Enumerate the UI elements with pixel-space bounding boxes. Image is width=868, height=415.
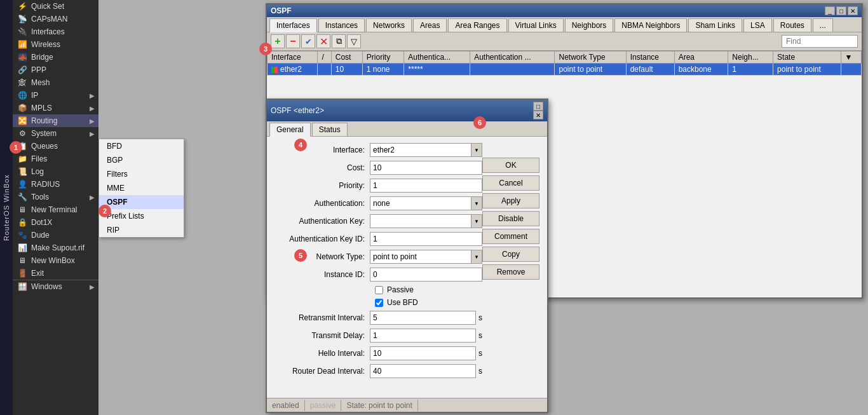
auth-key-row: Authentication Key: ▼ [275, 214, 482, 228]
submenu-item-bfd[interactable]: BFD [99, 139, 184, 153]
priority-input[interactable] [370, 179, 482, 193]
priority-label: Priority: [275, 181, 370, 190]
submenu-item-bgp[interactable]: BGP [99, 153, 184, 167]
ip-arrow-icon: ▶ [90, 92, 95, 99]
disable-btn[interactable]: ✕ [316, 34, 330, 48]
sidebar-item-exit[interactable]: 🚪 Exit [13, 267, 98, 280]
col-interface: Interface [268, 51, 318, 64]
col-instance: Instance [626, 51, 674, 64]
submenu-item-ospf[interactable]: OSPF [99, 195, 184, 209]
sidebar-item-bridge[interactable]: 🌉 Bridge [13, 51, 98, 64]
tab-sham-links[interactable]: Sham Links [688, 18, 742, 32]
tab-routes[interactable]: Routes [773, 18, 811, 32]
sidebar-item-dot1x[interactable]: 🔒 Dot1X [13, 216, 98, 229]
tab-networks[interactable]: Networks [366, 18, 412, 32]
router-dead-interval-input[interactable] [370, 364, 476, 378]
submenu-item-prefix-lists[interactable]: Prefix Lists [99, 209, 184, 223]
auth-key-input[interactable] [370, 214, 471, 228]
add-btn[interactable]: + [271, 34, 285, 48]
find-input[interactable] [782, 35, 858, 48]
sidebar-item-new-winbox[interactable]: 🖥 New WinBox [13, 254, 98, 267]
col-dropdown[interactable]: ▼ [841, 51, 861, 64]
auth-key-id-input[interactable] [370, 232, 482, 246]
ok-button[interactable]: OK [482, 158, 539, 173]
sidebar-item-routing[interactable]: 🔀 Routing ▶ [13, 114, 98, 127]
ospf-close-btn[interactable]: ✕ [848, 6, 858, 15]
sidebar-item-ppp[interactable]: 🔗 PPP [13, 64, 98, 76]
transmit-delay-input[interactable] [370, 329, 476, 343]
copy-btn[interactable]: ⧉ [332, 34, 346, 48]
tab-nbma-neighbors[interactable]: NBMA Neighbors [614, 18, 687, 32]
sidebar-item-mpls[interactable]: 📦 MPLS ▶ [13, 102, 98, 114]
quick-set-icon: ⚡ [17, 2, 28, 11]
instance-id-input[interactable] [370, 268, 482, 282]
retransmit-interval-input[interactable] [370, 311, 476, 325]
sidebar-item-radius[interactable]: 👤 RADIUS [13, 178, 98, 191]
authentication-field: ▼ [370, 196, 482, 210]
sidebar-item-queues[interactable]: 📋 Queues [13, 140, 98, 153]
filter-btn[interactable]: ▽ [347, 34, 361, 48]
interfaces-icon: 🔌 [17, 27, 28, 36]
sidebar-item-make-supout[interactable]: 📊 Make Supout.rif [13, 242, 98, 254]
hello-interval-unit: s [478, 349, 482, 358]
dialog-close-btn[interactable]: ✕ [533, 111, 543, 119]
tab-general[interactable]: General [269, 123, 311, 137]
sidebar-item-capsman[interactable]: 📡 CAPsMAN [13, 13, 98, 25]
tab-more[interactable]: ... [813, 18, 833, 32]
sidebar-items: ⚡ Quick Set 📡 CAPsMAN 🔌 Interfaces 📶 Wir… [13, 0, 98, 415]
cell-network-type: point to point [555, 64, 626, 76]
remove-btn[interactable]: − [286, 34, 300, 48]
use-bfd-row: Use BFD [275, 298, 482, 307]
sidebar-item-interfaces[interactable]: 🔌 Interfaces [13, 25, 98, 38]
tab-instances[interactable]: Instances [318, 18, 365, 32]
sidebar-item-quick-set[interactable]: ⚡ Quick Set [13, 0, 98, 13]
sidebar-item-log[interactable]: 📜 Log [13, 165, 98, 178]
ospf-tab-bar: Interfaces Instances Networks Areas Area… [267, 17, 862, 32]
sidebar-item-mesh[interactable]: 🕸 Mesh [13, 76, 98, 89]
use-bfd-checkbox[interactable] [375, 299, 383, 307]
apply-button[interactable]: Apply [482, 193, 539, 208]
sidebar-item-new-terminal[interactable]: 🖥 New Terminal [13, 203, 98, 216]
tab-neighbors[interactable]: Neighbors [565, 18, 614, 32]
tab-lsa[interactable]: LSA [743, 18, 772, 32]
table-row[interactable]: ether2 10 1 none ***** point to point de… [268, 64, 862, 76]
cell-auth-key [470, 64, 555, 76]
submenu-item-mme[interactable]: MME [99, 181, 184, 195]
tab-areas[interactable]: Areas [413, 18, 447, 32]
enable-btn[interactable]: ✔ [301, 34, 315, 48]
remove-button[interactable]: Remove [482, 264, 539, 280]
sidebar-item-ip[interactable]: 🌐 IP ▶ [13, 89, 98, 102]
sidebar-label-interfaces: Interfaces [31, 27, 65, 36]
ospf-maximize-btn[interactable]: □ [836, 6, 846, 15]
tab-virtual-links[interactable]: Virtual Links [508, 18, 564, 32]
cancel-button[interactable]: Cancel [482, 175, 539, 191]
sidebar-item-tools[interactable]: 🔧 Tools ▶ [13, 191, 98, 203]
cell-auth: ***** [404, 64, 470, 76]
sidebar-item-wireless[interactable]: 📶 Wireless [13, 38, 98, 51]
dialog-maximize-btn[interactable]: □ [533, 102, 543, 111]
submenu-item-rip[interactable]: RIP [99, 223, 184, 237]
network-type-input[interactable] [370, 250, 471, 264]
sidebar-item-dude[interactable]: 🐾 Dude [13, 229, 98, 242]
disable-button[interactable]: Disable [482, 211, 539, 226]
tab-area-ranges[interactable]: Area Ranges [448, 18, 506, 32]
tab-status[interactable]: Status [312, 123, 348, 136]
sidebar-item-system[interactable]: ⚙ System ▶ [13, 127, 98, 140]
authentication-input[interactable] [370, 196, 471, 210]
cell-sort [318, 64, 331, 76]
tab-interfaces[interactable]: Interfaces [269, 18, 317, 32]
router-dead-interval-label: Router Dead Interval: [275, 367, 370, 376]
ospf-minimize-btn[interactable]: _ [825, 6, 835, 15]
hello-interval-input[interactable] [370, 346, 476, 360]
comment-button[interactable]: Comment [482, 229, 539, 244]
col-sort[interactable]: / [318, 51, 331, 64]
retransmit-interval-label: Retransmit Interval: [275, 313, 370, 322]
sidebar-label-log: Log [31, 167, 44, 176]
cost-input[interactable] [370, 161, 482, 175]
submenu-item-filters[interactable]: Filters [99, 167, 184, 181]
sidebar-item-files[interactable]: 📁 Files [13, 153, 98, 165]
sidebar-item-windows[interactable]: 🪟 Windows ▶ [13, 280, 98, 293]
passive-checkbox[interactable] [375, 286, 383, 294]
copy-button[interactable]: Copy [482, 247, 539, 262]
interface-input[interactable] [370, 143, 471, 157]
